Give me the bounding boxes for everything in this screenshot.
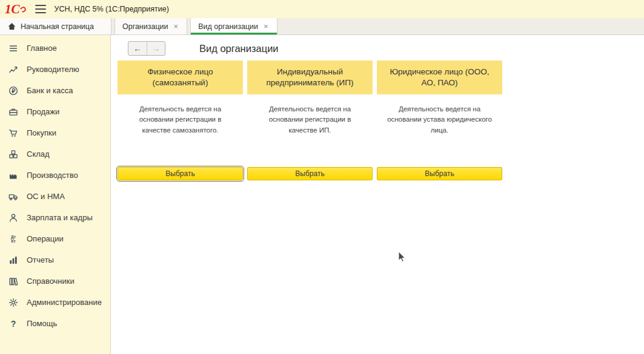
books-icon (8, 277, 19, 286)
shopping-cart-icon (8, 128, 19, 138)
gear-icon (8, 298, 19, 307)
history-nav-group: ← → (128, 41, 165, 56)
choose-button[interactable]: Выбрать (247, 167, 373, 180)
person-icon (8, 213, 19, 223)
sidebar-item-reports[interactable]: Отчеты (0, 249, 110, 270)
card-description: Деятельность ведется на основании регист… (118, 94, 243, 167)
sidebar-item-label: Отчеты (27, 255, 54, 264)
card-individual-entrepreneur: Индивидуальный предприниматель (ИП) Деят… (247, 61, 373, 180)
sidebar-item-purchases[interactable]: Покупки (0, 122, 110, 143)
briefcase-icon (8, 107, 19, 117)
sidebar-item-directories[interactable]: Справочники (0, 270, 110, 292)
sidebar-item-label: Банк и касса (27, 86, 73, 95)
card-title: Юридическое лицо (ООО, АО, ПАО) (377, 61, 502, 94)
tab-organization-type[interactable]: Вид организации × (190, 18, 277, 34)
trend-chart-icon (8, 65, 19, 74)
sidebar-item-label: Склад (27, 149, 50, 159)
truck-icon (8, 192, 19, 202)
sidebar-item-label: Справочники (27, 277, 75, 286)
tab-organizations-label: Организации (122, 22, 168, 31)
sidebar-item-production[interactable]: Производство (0, 165, 110, 186)
organization-type-cards: Физическое лицо (самозанятый) Деятельнос… (118, 61, 502, 180)
sidebar-item-administration[interactable]: Администрирование (0, 292, 110, 313)
boxes-icon (8, 149, 19, 159)
sidebar-item-fixed-assets[interactable]: ОС и НМА (0, 186, 110, 207)
home-icon (7, 22, 16, 31)
close-icon[interactable]: × (173, 22, 180, 31)
close-icon[interactable]: × (262, 22, 270, 31)
titlebar: 1С УСН, НДС 5% (1С:Предприятие) (0, 0, 644, 18)
sidebar-item-salary-hr[interactable]: Зарплата и кадры (0, 207, 110, 228)
tab-home[interactable]: Начальная страница (0, 18, 111, 34)
sidebar-item-sales[interactable]: Продажи (0, 101, 110, 122)
navigation-row: ← → Вид организации (128, 41, 279, 56)
sidebar-item-operations[interactable]: Дт Кт Операции (0, 228, 110, 249)
tab-organizations[interactable]: Организации × (115, 18, 187, 34)
debit-credit-icon: Дт Кт (8, 234, 19, 244)
question-mark-icon: ? (8, 319, 19, 329)
sidebar-item-label: Администрирование (27, 298, 102, 307)
app-title: УСН, НДС 5% (1С:Предприятие) (55, 5, 169, 13)
card-title: Индивидуальный предприниматель (ИП) (247, 61, 373, 94)
card-individual-self-employed: Физическое лицо (самозанятый) Деятельнос… (118, 61, 243, 180)
tab-organization-type-label: Вид организации (198, 22, 258, 31)
sidebar-item-label: Руководителю (27, 65, 79, 74)
choose-button[interactable]: Выбрать (118, 167, 243, 180)
sidebar-item-label: Помощь (27, 319, 57, 328)
page-title: Вид организации (199, 43, 279, 54)
sidebar-item-label: Продажи (27, 107, 59, 116)
bar-chart-icon (8, 255, 19, 265)
factory-icon (8, 171, 19, 180)
1c-logo-icon: 1С (5, 3, 27, 16)
sidebar: Главное Руководителю Банк и касса Продаж… (0, 35, 111, 354)
tabbar: Начальная страница Организации × Вид орг… (0, 18, 644, 35)
card-description: Деятельность ведется на основании регист… (247, 94, 373, 167)
card-legal-entity: Юридическое лицо (ООО, АО, ПАО) Деятельн… (377, 61, 502, 180)
sidebar-item-label: Операции (27, 234, 64, 243)
sidebar-item-label: Главное (27, 44, 57, 53)
main-menu-icon[interactable] (35, 5, 46, 13)
main-content: ← → Вид организации Физическое лицо (сам… (111, 35, 644, 354)
sidebar-item-manager[interactable]: Руководителю (0, 59, 110, 80)
forward-button[interactable]: → (147, 42, 165, 55)
sidebar-item-label: Производство (27, 171, 78, 180)
card-title: Физическое лицо (самозанятый) (118, 61, 243, 94)
sidebar-item-label: ОС и НМА (27, 192, 65, 201)
card-description: Деятельность ведется на основании устава… (377, 94, 502, 167)
logo-text: 1С (5, 3, 20, 16)
sidebar-item-label: Зарплата и кадры (27, 213, 93, 222)
sidebar-item-warehouse[interactable]: Склад (0, 143, 110, 165)
choose-button[interactable]: Выбрать (377, 167, 502, 180)
sidebar-item-bank-cash[interactable]: Банк и касса (0, 80, 110, 101)
tab-home-label: Начальная страница (21, 22, 94, 31)
list-icon (8, 44, 19, 53)
ruble-coin-icon (8, 86, 19, 96)
sidebar-item-help[interactable]: ? Помощь (0, 313, 110, 334)
sidebar-item-main[interactable]: Главное (0, 38, 110, 59)
sidebar-item-label: Покупки (27, 128, 56, 137)
back-button[interactable]: ← (128, 42, 147, 55)
